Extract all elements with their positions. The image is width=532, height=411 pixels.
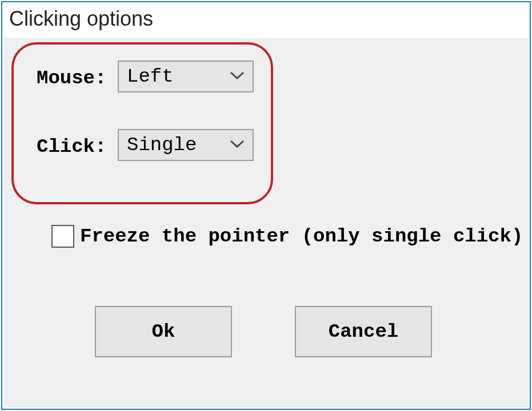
ok-button[interactable]: Ok xyxy=(95,306,232,357)
mouse-dropdown-value: Left xyxy=(127,66,174,87)
click-dropdown-value: Single xyxy=(127,134,197,156)
dialog-client-area: Mouse: Left Click: Single Freeze the poi… xyxy=(3,38,529,408)
chevron-down-icon xyxy=(230,70,245,83)
chevron-down-icon xyxy=(230,139,245,152)
dialog-window: Clicking options Mouse: Left Click: Sing… xyxy=(1,1,531,410)
freeze-pointer-label: Freeze the pointer (only single click) xyxy=(80,225,523,247)
mouse-dropdown[interactable]: Left xyxy=(118,61,254,92)
click-label: Click: xyxy=(37,136,106,158)
mouse-label: Mouse: xyxy=(37,67,106,89)
dialog-buttons: Ok Cancel xyxy=(95,306,432,357)
cancel-button[interactable]: Cancel xyxy=(295,306,432,357)
freeze-pointer-checkbox[interactable] xyxy=(51,225,74,248)
window-title: Clicking options xyxy=(2,2,530,39)
freeze-pointer-row: Freeze the pointer (only single click) xyxy=(51,225,523,248)
click-dropdown[interactable]: Single xyxy=(118,129,254,161)
